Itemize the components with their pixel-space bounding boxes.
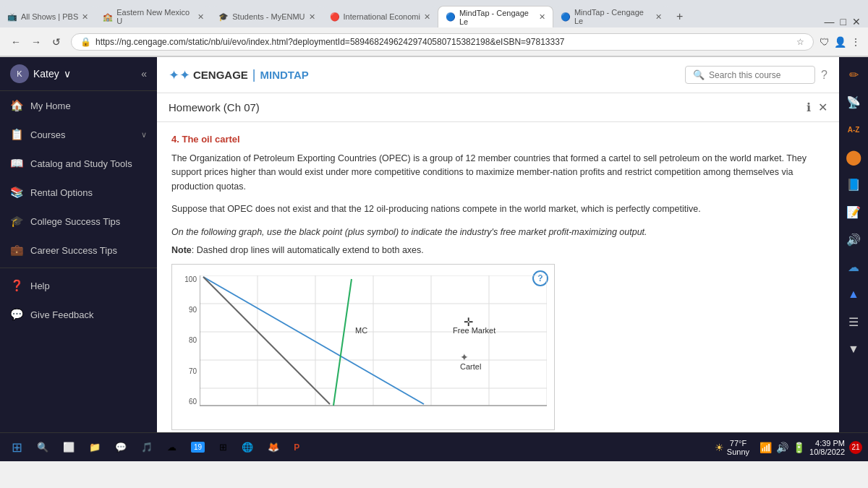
sidebar-item-my-home[interactable]: 🏠 My Home bbox=[0, 91, 157, 120]
cengage-text: CENGAGE bbox=[193, 69, 248, 81]
sidebar-item-label: Help bbox=[30, 281, 147, 291]
sidebar-item-label: College Success Tips bbox=[30, 216, 147, 227]
chrome-button[interactable]: 🌐 bbox=[236, 439, 259, 455]
battery-icon[interactable]: 🔋 bbox=[793, 442, 805, 453]
tab-close[interactable]: ✕ bbox=[309, 12, 315, 22]
tab-label: Students - MyENMU bbox=[232, 12, 305, 21]
tab-close[interactable]: ✕ bbox=[424, 12, 430, 22]
folder-icon: 📁 bbox=[89, 442, 101, 453]
start-button[interactable]: ⊞ bbox=[6, 437, 28, 458]
star-icon[interactable]: ☆ bbox=[796, 37, 804, 47]
firefox-button[interactable]: 🦊 bbox=[262, 439, 285, 455]
apps-button[interactable]: ⊞ bbox=[213, 439, 233, 455]
system-tray: ☀ 77°F Sunny 📶 🔊 🔋 4:39 PM 10/8/2022 21 bbox=[709, 436, 862, 459]
svg-line-13 bbox=[203, 277, 424, 404]
maximize-button[interactable]: □ bbox=[841, 16, 846, 27]
weather-widget[interactable]: ☀ 77°F Sunny bbox=[709, 436, 755, 459]
sidebar-item-help[interactable]: ❓ Help bbox=[0, 271, 157, 300]
teams-button[interactable]: 💬 bbox=[109, 439, 132, 455]
tab-label: All Shows | PBS bbox=[21, 12, 78, 21]
tab-close[interactable]: ✕ bbox=[82, 12, 88, 22]
tab-myenmu[interactable]: 🎓 Students - MyENMU ✕ bbox=[211, 6, 322, 27]
cloud-icon[interactable]: ☁ bbox=[842, 255, 865, 278]
search-input[interactable] bbox=[709, 70, 803, 80]
reload-button[interactable]: ↺ bbox=[48, 33, 65, 51]
paragraph-opec: The Organization of Petroleum Exporting … bbox=[171, 152, 825, 194]
back-button[interactable]: ← bbox=[7, 33, 25, 51]
graph-container[interactable]: ? 100 90 80 70 60 bbox=[171, 264, 555, 430]
tab-close[interactable]: ✕ bbox=[197, 12, 204, 22]
graph-svg-area[interactable]: MC Free Market ✛ Cartel ✦ bbox=[200, 275, 547, 416]
home-icon: 🏠 bbox=[10, 99, 23, 112]
tab-mindtap-active[interactable]: 🔵 MindTap - Cengage Le ✕ bbox=[438, 6, 553, 27]
weather-condition: Sunny bbox=[727, 448, 749, 456]
info-icon[interactable]: ℹ bbox=[807, 100, 811, 114]
url-bar[interactable]: 🔒 https://ng.cengage.com/static/nb/ui/ev… bbox=[71, 33, 814, 51]
sidebar-item-college-success[interactable]: 🎓 College Success Tips bbox=[0, 207, 157, 236]
pen-tool-icon[interactable]: ✏ bbox=[842, 63, 865, 86]
sound-icon[interactable]: 🔊 bbox=[842, 228, 865, 251]
file-explorer-button[interactable]: 📁 bbox=[83, 439, 106, 455]
note-text: Note: Dashed drop lines will automatical… bbox=[171, 245, 825, 255]
calendar-button[interactable]: 19 bbox=[185, 439, 210, 455]
drive-icon[interactable]: ▲ bbox=[842, 283, 865, 306]
search-taskbar[interactable]: 🔍 bbox=[31, 439, 54, 455]
logo-separator: | bbox=[252, 67, 256, 82]
spotify-button[interactable]: 🎵 bbox=[135, 439, 158, 455]
sidebar-item-career-success[interactable]: 💼 Career Success Tips bbox=[0, 236, 157, 265]
az-icon[interactable]: A-Z bbox=[842, 118, 865, 141]
help-circle-icon[interactable]: ? bbox=[821, 69, 827, 82]
page-content: 4. The oil cartel The Organization of Pe… bbox=[157, 122, 839, 432]
tab-mindtap2[interactable]: 🔵 MindTap - Cengage Le ✕ bbox=[553, 6, 669, 27]
tab-intl[interactable]: 🔴 International Economi ✕ bbox=[323, 6, 438, 27]
sidebar-item-label: My Home bbox=[30, 100, 147, 111]
tab-allshows[interactable]: 📺 All Shows | PBS ✕ bbox=[0, 6, 95, 27]
close-page-icon[interactable]: ✕ bbox=[818, 100, 827, 114]
search-box[interactable]: 🔍 bbox=[685, 66, 815, 84]
chevron-down-icon: ∨ bbox=[141, 130, 147, 140]
close-window-button[interactable]: ✕ bbox=[852, 16, 861, 27]
teams-icon: 💬 bbox=[115, 442, 127, 453]
help-icon: ❓ bbox=[10, 279, 23, 292]
onedrive-button[interactable]: ☁ bbox=[161, 439, 182, 455]
list-icon[interactable]: ☰ bbox=[842, 310, 865, 333]
extension-icon[interactable]: 🛡 bbox=[820, 36, 830, 48]
powerpoint-button[interactable]: P bbox=[288, 440, 305, 455]
note-icon[interactable]: 📝 bbox=[842, 200, 865, 223]
svg-line-15 bbox=[203, 277, 330, 404]
nav-buttons: ← → ↺ bbox=[7, 33, 65, 51]
sidebar-user[interactable]: K Katey ∨ bbox=[10, 64, 71, 83]
volume-icon[interactable]: 🔊 bbox=[776, 442, 788, 453]
scroll-down-icon[interactable]: ▼ bbox=[842, 338, 865, 361]
tab-eastern[interactable]: 🏫 Eastern New Mexico U ✕ bbox=[95, 6, 211, 27]
search-icon: 🔍 bbox=[693, 69, 705, 80]
sidebar-item-feedback[interactable]: 💬 Give Feedback bbox=[0, 300, 157, 329]
tab-favicon: 🎓 bbox=[218, 12, 229, 22]
sidebar-item-catalog[interactable]: 📖 Catalog and Study Tools bbox=[0, 149, 157, 178]
sidebar-item-label: Rental Options bbox=[30, 187, 147, 198]
settings-icon[interactable]: ⋮ bbox=[851, 36, 861, 48]
rss-icon[interactable]: 📡 bbox=[842, 90, 865, 114]
browser-chrome: 📺 All Shows | PBS ✕ 🏫 Eastern New Mexico… bbox=[0, 0, 868, 57]
avatar: K bbox=[10, 64, 29, 83]
book-icon[interactable]: 📘 bbox=[842, 173, 865, 196]
taskview-button[interactable]: ⬜ bbox=[57, 439, 80, 455]
forward-button[interactable]: → bbox=[27, 33, 45, 51]
y-label-100: 100 bbox=[179, 275, 197, 283]
new-tab-button[interactable]: + bbox=[669, 6, 690, 27]
graph-svg: MC Free Market ✛ Cartel ✦ bbox=[200, 275, 547, 416]
minimize-button[interactable]: — bbox=[825, 16, 835, 27]
sidebar-collapse-icon[interactable]: « bbox=[141, 68, 147, 80]
tab-close[interactable]: ✕ bbox=[539, 12, 545, 22]
tab-label: Eastern New Mexico U bbox=[116, 8, 194, 25]
sidebar-item-rental[interactable]: 📚 Rental Options bbox=[0, 178, 157, 207]
profile-icon[interactable]: 👤 bbox=[834, 36, 846, 48]
tab-close[interactable]: ✕ bbox=[655, 12, 662, 22]
network-icon[interactable]: 📶 bbox=[760, 442, 772, 453]
time-display[interactable]: 4:39 PM 10/8/2022 bbox=[809, 439, 845, 456]
y-label-60: 60 bbox=[179, 398, 197, 406]
mc-label: MC bbox=[355, 326, 367, 335]
notification-badge[interactable]: 21 bbox=[849, 441, 862, 454]
circle-tool-icon[interactable]: ⬤ bbox=[842, 145, 865, 168]
sidebar-item-courses[interactable]: 📋 Courses ∨ bbox=[0, 120, 157, 149]
